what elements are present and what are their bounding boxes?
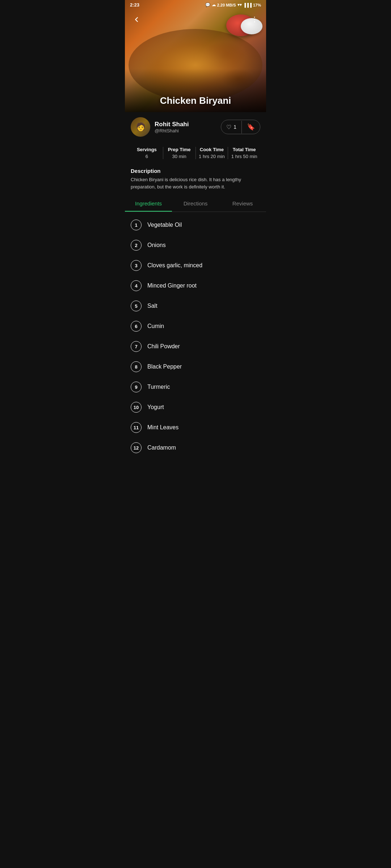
list-item: 2 Onions	[125, 235, 266, 255]
status-right: 💬 ☁ 2.20 MB/S ▾▾ ▐▐▐ 17%	[205, 3, 261, 7]
content-area: 🧑 Rohit Shahi @RhtShahi ♡ 1 🔖 Servings 6…	[125, 112, 266, 461]
status-bar: 2:23 💬 ☁ 2.20 MB/S ▾▾ ▐▐▐ 17%	[125, 0, 266, 10]
author-details: Rohit Shahi @RhtShahi	[155, 121, 189, 133]
ingredient-name: Cumin	[147, 323, 164, 329]
battery: 17%	[253, 3, 261, 7]
tab-reviews[interactable]: Reviews	[219, 195, 266, 212]
ingredient-number: 6	[131, 321, 142, 332]
list-item: 11 Mint Leaves	[125, 417, 266, 438]
prep-value: 30 min	[163, 154, 196, 159]
cook-value: 1 hrs 20 min	[196, 154, 228, 159]
ingredient-name: Salt	[147, 303, 157, 309]
signal-icon: ▐▐▐	[243, 3, 252, 7]
list-item: 3 Cloves garlic, minced	[125, 255, 266, 276]
bookmark-button[interactable]: 🔖	[242, 120, 260, 134]
recipe-title: Chicken Biryani	[125, 95, 266, 106]
list-item: 8 Black Pepper	[125, 357, 266, 377]
servings-value: 6	[131, 154, 163, 159]
tab-directions[interactable]: Directions	[172, 195, 219, 212]
like-count: 1	[234, 124, 236, 130]
list-item: 7 Chili Powder	[125, 336, 266, 357]
svg-point-0	[254, 17, 255, 18]
ingredient-name: Onions	[147, 242, 166, 248]
ingredient-name: Mint Leaves	[147, 424, 178, 431]
ingredient-name: Minced Ginger root	[147, 282, 197, 289]
ingredient-number: 1	[131, 220, 142, 230]
author-info: 🧑 Rohit Shahi @RhtShahi	[131, 117, 189, 137]
ingredient-name: Turmeric	[147, 384, 170, 390]
description-text: Chicken Biryani is delicious rice dish. …	[131, 176, 260, 190]
servings-label: Servings	[131, 147, 163, 152]
tabs-bar: Ingredients Directions Reviews	[125, 195, 266, 212]
ingredient-name: Chili Powder	[147, 343, 180, 350]
total-label: Total Time	[228, 147, 260, 152]
back-button[interactable]	[130, 13, 143, 26]
ingredient-number: 8	[131, 361, 142, 372]
ingredient-name: Cardamom	[147, 444, 176, 451]
hero-section: Chicken Biryani	[125, 0, 266, 112]
ingredient-number: 4	[131, 280, 142, 291]
list-item: 6 Cumin	[125, 316, 266, 336]
list-item: 5 Salt	[125, 296, 266, 316]
network-speed: 2.20 MB/S	[217, 3, 236, 7]
svg-point-1	[254, 19, 255, 20]
ingredient-number: 5	[131, 301, 142, 311]
description-section: Description Chicken Biryani is delicious…	[125, 164, 266, 195]
stats-row: Servings 6 Prep Time 30 min Cook Time 1 …	[125, 142, 266, 164]
ingredient-number: 3	[131, 260, 142, 271]
list-item: 9 Turmeric	[125, 377, 266, 397]
messenger-icon: 💬	[205, 3, 210, 7]
avatar: 🧑	[131, 117, 150, 137]
list-item: 4 Minced Ginger root	[125, 276, 266, 296]
total-value: 1 hrs 50 min	[228, 154, 260, 159]
ingredient-number: 2	[131, 240, 142, 251]
author-name: Rohit Shahi	[155, 121, 189, 128]
list-item: 10 Yogurt	[125, 397, 266, 417]
ingredient-name: Yogurt	[147, 404, 164, 410]
status-time: 2:23	[130, 2, 139, 8]
stat-prep: Prep Time 30 min	[163, 145, 196, 161]
ingredient-name: Vegetable Oil	[147, 222, 182, 228]
prep-label: Prep Time	[163, 147, 196, 152]
ingredient-number: 7	[131, 341, 142, 352]
cloud-icon: ☁	[212, 3, 216, 7]
ingredient-number: 9	[131, 382, 142, 392]
like-button[interactable]: ♡ 1	[221, 121, 242, 133]
ingredient-number: 12	[131, 442, 142, 453]
ingredient-number: 10	[131, 402, 142, 413]
stat-servings: Servings 6	[131, 145, 163, 161]
bookmark-icon: 🔖	[247, 123, 255, 131]
cook-label: Cook Time	[196, 147, 228, 152]
ingredients-list: 1 Vegetable Oil 2 Onions 3 Cloves garlic…	[125, 212, 266, 461]
stat-cook: Cook Time 1 hrs 20 min	[196, 145, 228, 161]
more-options-button[interactable]	[248, 13, 261, 26]
ingredient-name: Black Pepper	[147, 363, 182, 370]
heart-icon: ♡	[226, 124, 231, 131]
stat-total: Total Time 1 hrs 50 min	[228, 145, 260, 161]
tab-ingredients[interactable]: Ingredients	[125, 195, 172, 212]
author-handle: @RhtShahi	[155, 128, 189, 133]
list-item: 12 Cardamom	[125, 438, 266, 458]
svg-point-2	[254, 21, 255, 22]
author-row: 🧑 Rohit Shahi @RhtShahi ♡ 1 🔖	[125, 112, 266, 142]
ingredient-number: 11	[131, 422, 142, 433]
ingredient-name: Cloves garlic, minced	[147, 262, 202, 269]
list-item: 1 Vegetable Oil	[125, 215, 266, 235]
action-buttons: ♡ 1 🔖	[221, 120, 260, 134]
wifi-icon: ▾▾	[237, 3, 242, 7]
description-title: Description	[131, 168, 260, 174]
